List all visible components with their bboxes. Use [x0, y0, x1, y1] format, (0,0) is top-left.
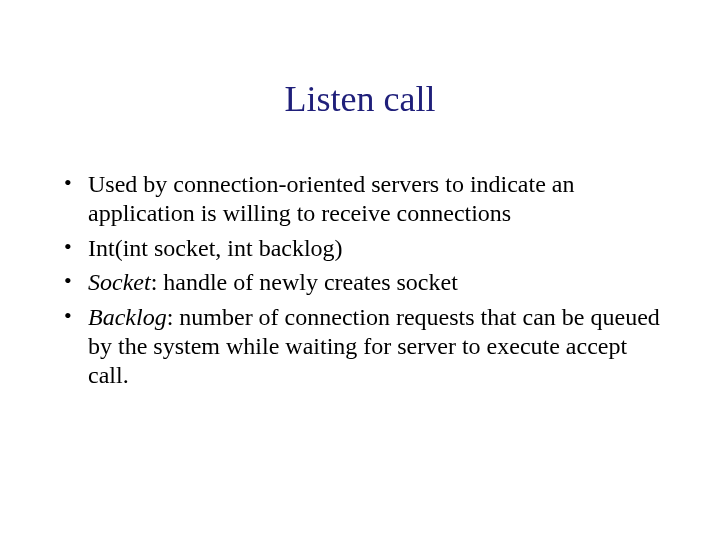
slide-body: Used by connection-oriented servers to i… — [60, 170, 660, 396]
list-item: Backlog: number of connection requests t… — [60, 303, 660, 389]
bullet-rest: : number of connection requests that can… — [88, 304, 660, 388]
bullet-term: Socket — [88, 269, 151, 295]
list-item: Int(int socket, int backlog) — [60, 234, 660, 263]
bullet-term: Backlog — [88, 304, 167, 330]
list-item: Used by connection-oriented servers to i… — [60, 170, 660, 228]
bullet-list: Used by connection-oriented servers to i… — [60, 170, 660, 390]
list-item: Socket: handle of newly creates socket — [60, 268, 660, 297]
slide: Listen call Used by connection-oriented … — [0, 0, 720, 540]
slide-title: Listen call — [0, 78, 720, 120]
bullet-rest: : handle of newly creates socket — [151, 269, 458, 295]
bullet-text: Int(int socket, int backlog) — [88, 235, 343, 261]
bullet-text: Used by connection-oriented servers to i… — [88, 171, 575, 226]
